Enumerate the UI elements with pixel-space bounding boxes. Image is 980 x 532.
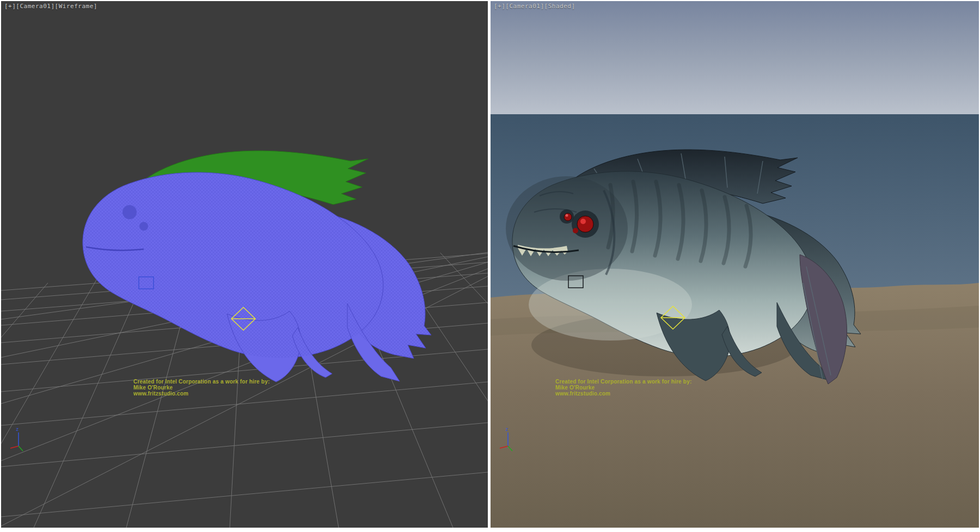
fish-eye-third <box>573 228 578 233</box>
viewport-label-shaded[interactable]: [+][Camera01][Shaded] <box>494 3 575 10</box>
watermark-line-3: www.fritzstudio.com <box>133 391 270 397</box>
viewport-label-wireframe[interactable]: [+][Camera01][Wireframe] <box>4 3 97 10</box>
fish-eye-small-highlight <box>566 214 568 217</box>
fish-eye-large-highlight <box>580 219 586 224</box>
shaded-scene-canvas[interactable] <box>491 1 979 528</box>
axis-z-label: z <box>505 426 508 432</box>
viewport-camera01-wireframe[interactable]: [+][Camera01][Wireframe] Created for Int… <box>1 1 488 528</box>
fish-eye-small <box>564 213 572 221</box>
fish-model-wireframe[interactable] <box>83 151 431 382</box>
sky-upper <box>491 1 979 114</box>
fish-eye-large <box>122 205 137 219</box>
watermark-text: Created for Intel Corporation as a work … <box>133 379 270 397</box>
watermark-line-3: www.fritzstudio.com <box>555 391 691 397</box>
watermark-line-2: Mike O'Rourke <box>133 385 270 391</box>
watermark-line-1: Created for Intel Corporation as a work … <box>133 379 270 385</box>
fish-wire-texture <box>83 172 431 358</box>
world-axis-tripod: z <box>497 424 521 453</box>
viewport-camera01-shaded[interactable]: [+][Camera01][Shaded] Created for Intel … <box>491 1 979 528</box>
world-axis-tripod: z <box>8 424 32 453</box>
axis-z-label: z <box>16 426 19 432</box>
watermark-line-1: Created for Intel Corporation as a work … <box>555 379 691 385</box>
wireframe-scene-canvas[interactable] <box>1 1 488 528</box>
watermark-line-2: Mike O'Rourke <box>555 385 691 391</box>
fish-eye-large <box>577 216 593 232</box>
fish-eye-small <box>139 222 148 231</box>
watermark-text: Created for Intel Corporation as a work … <box>555 379 691 397</box>
viewport-split-layout: [+][Camera01][Wireframe] Created for Int… <box>0 0 980 532</box>
